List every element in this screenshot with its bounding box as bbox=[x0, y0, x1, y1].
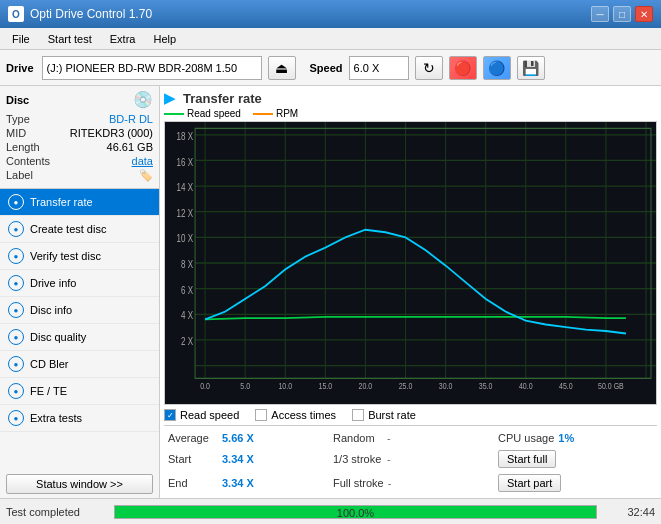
stat-cpu: CPU usage 1% bbox=[494, 430, 657, 446]
stats-section: Average 5.66 X Random - CPU usage 1% Sta… bbox=[164, 425, 657, 494]
stroke1-label: 1/3 stroke bbox=[333, 453, 383, 465]
stat-end: End 3.34 X bbox=[164, 472, 327, 494]
chart-svg: 18 X 16 X 14 X 12 X 10 X 8 X 6 X 4 X 2 X… bbox=[165, 122, 656, 404]
time-display: 32:44 bbox=[605, 506, 655, 518]
svg-text:2 X: 2 X bbox=[181, 336, 193, 347]
start-label: Start bbox=[168, 453, 218, 465]
nav-icon-disc-quality: ● bbox=[8, 329, 24, 345]
speed-value: 6.0 X bbox=[354, 62, 380, 74]
chart-area: 18 X 16 X 14 X 12 X 10 X 8 X 6 X 4 X 2 X… bbox=[164, 121, 657, 405]
nav-icon-create-test-disc: ● bbox=[8, 221, 24, 237]
minimize-button[interactable]: ─ bbox=[591, 6, 609, 22]
status-bar: Test completed 100.0% 32:44 bbox=[0, 498, 661, 524]
svg-text:16 X: 16 X bbox=[177, 157, 193, 168]
nav-drive-info[interactable]: ● Drive info bbox=[0, 270, 159, 297]
label-value: 🏷️ bbox=[139, 169, 153, 182]
svg-text:45.0: 45.0 bbox=[559, 381, 573, 391]
svg-text:50.0 GB: 50.0 GB bbox=[598, 381, 624, 391]
eject-button[interactable]: ⏏ bbox=[268, 56, 296, 80]
length-label: Length bbox=[6, 141, 40, 153]
type-value: BD-R DL bbox=[109, 113, 153, 125]
contents-value[interactable]: data bbox=[132, 155, 153, 167]
nav-disc-info[interactable]: ● Disc info bbox=[0, 297, 159, 324]
maximize-button[interactable]: □ bbox=[613, 6, 631, 22]
chart-title-area: ▶ Transfer rate bbox=[164, 90, 657, 106]
stat-start: Start 3.34 X bbox=[164, 448, 327, 470]
nav-label-extra-tests: Extra tests bbox=[30, 412, 82, 424]
stat-start-full: Start full bbox=[494, 448, 657, 470]
nav-label-disc-info: Disc info bbox=[30, 304, 72, 316]
nav-label-create-test-disc: Create test disc bbox=[30, 223, 106, 235]
chart-legend: Read speed RPM bbox=[164, 108, 657, 119]
burst-rate-checkbox[interactable]: Burst rate bbox=[352, 409, 416, 421]
status-window-button[interactable]: Status window >> bbox=[6, 474, 153, 494]
speed-select[interactable]: 6.0 X bbox=[349, 56, 409, 80]
drive-select[interactable]: (J:) PIONEER BD-RW BDR-208M 1.50 bbox=[42, 56, 262, 80]
svg-text:35.0: 35.0 bbox=[479, 381, 493, 391]
menu-file[interactable]: File bbox=[4, 31, 38, 47]
start-value: 3.34 X bbox=[222, 453, 262, 465]
legend-rpm: RPM bbox=[253, 108, 298, 119]
menu-bar: File Start test Extra Help bbox=[0, 28, 661, 50]
color1-button[interactable]: 🔴 bbox=[449, 56, 477, 80]
nav-label-transfer-rate: Transfer rate bbox=[30, 196, 93, 208]
chart-controls: ✓ Read speed Access times Burst rate bbox=[164, 405, 657, 425]
access-times-checkbox[interactable]: Access times bbox=[255, 409, 336, 421]
label-label: Label bbox=[6, 169, 33, 182]
mid-value: RITEKDR3 (000) bbox=[70, 127, 153, 139]
stat-start-part: Start part bbox=[494, 472, 657, 494]
refresh-button[interactable]: ↻ bbox=[415, 56, 443, 80]
svg-text:6 X: 6 X bbox=[181, 285, 193, 296]
menu-start-test[interactable]: Start test bbox=[40, 31, 100, 47]
close-button[interactable]: ✕ bbox=[635, 6, 653, 22]
drive-value: (J:) PIONEER BD-RW BDR-208M 1.50 bbox=[47, 62, 238, 74]
color2-button[interactable]: 🔵 bbox=[483, 56, 511, 80]
start-full-button[interactable]: Start full bbox=[498, 450, 556, 468]
nav-icon-extra-tests: ● bbox=[8, 410, 24, 426]
nav-label-cd-bler: CD Bler bbox=[30, 358, 69, 370]
end-value: 3.34 X bbox=[222, 477, 262, 489]
nav-icon-transfer-rate: ● bbox=[8, 194, 24, 210]
save-button[interactable]: 💾 bbox=[517, 56, 545, 80]
stroke1-value: - bbox=[387, 453, 391, 465]
svg-text:25.0: 25.0 bbox=[399, 381, 413, 391]
nav-label-disc-quality: Disc quality bbox=[30, 331, 86, 343]
nav-extra-tests[interactable]: ● Extra tests bbox=[0, 405, 159, 432]
mid-label: MID bbox=[6, 127, 26, 139]
cpu-label: CPU usage bbox=[498, 432, 554, 444]
main-content: Disc 💿 Type BD-R DL MID RITEKDR3 (000) L… bbox=[0, 86, 661, 498]
nav-items: ● Transfer rate ● Create test disc ● Ver… bbox=[0, 189, 159, 470]
nav-disc-quality[interactable]: ● Disc quality bbox=[0, 324, 159, 351]
start-part-button[interactable]: Start part bbox=[498, 474, 561, 492]
type-label: Type bbox=[6, 113, 30, 125]
disc-section-title: Disc bbox=[6, 94, 29, 106]
nav-cd-bler[interactable]: ● CD Bler bbox=[0, 351, 159, 378]
disc-section: Disc 💿 Type BD-R DL MID RITEKDR3 (000) L… bbox=[0, 86, 159, 189]
stroke2-value: - bbox=[388, 477, 392, 489]
svg-text:5.0: 5.0 bbox=[240, 381, 250, 391]
svg-text:12 X: 12 X bbox=[177, 208, 193, 219]
average-value: 5.66 X bbox=[222, 432, 262, 444]
read-speed-checkbox[interactable]: ✓ Read speed bbox=[164, 409, 239, 421]
stat-stroke2: Full stroke - bbox=[329, 472, 492, 494]
average-label: Average bbox=[168, 432, 218, 444]
menu-extra[interactable]: Extra bbox=[102, 31, 144, 47]
nav-icon-disc-info: ● bbox=[8, 302, 24, 318]
svg-text:8 X: 8 X bbox=[181, 259, 193, 270]
nav-transfer-rate[interactable]: ● Transfer rate bbox=[0, 189, 159, 216]
stat-stroke1: 1/3 stroke - bbox=[329, 448, 492, 470]
right-panel: ▶ Transfer rate Read speed RPM bbox=[160, 86, 661, 498]
menu-help[interactable]: Help bbox=[145, 31, 184, 47]
stat-average: Average 5.66 X bbox=[164, 430, 327, 446]
chart-icon: ▶ bbox=[164, 90, 175, 106]
status-text: Test completed bbox=[6, 506, 106, 518]
nav-create-test-disc[interactable]: ● Create test disc bbox=[0, 216, 159, 243]
svg-text:40.0: 40.0 bbox=[519, 381, 533, 391]
nav-verify-test-disc[interactable]: ● Verify test disc bbox=[0, 243, 159, 270]
progress-bar: 100.0% bbox=[114, 505, 597, 519]
nav-icon-cd-bler: ● bbox=[8, 356, 24, 372]
svg-text:15.0: 15.0 bbox=[319, 381, 333, 391]
svg-text:10.0: 10.0 bbox=[278, 381, 292, 391]
app-icon: O bbox=[8, 6, 24, 22]
nav-fe-te[interactable]: ● FE / TE bbox=[0, 378, 159, 405]
